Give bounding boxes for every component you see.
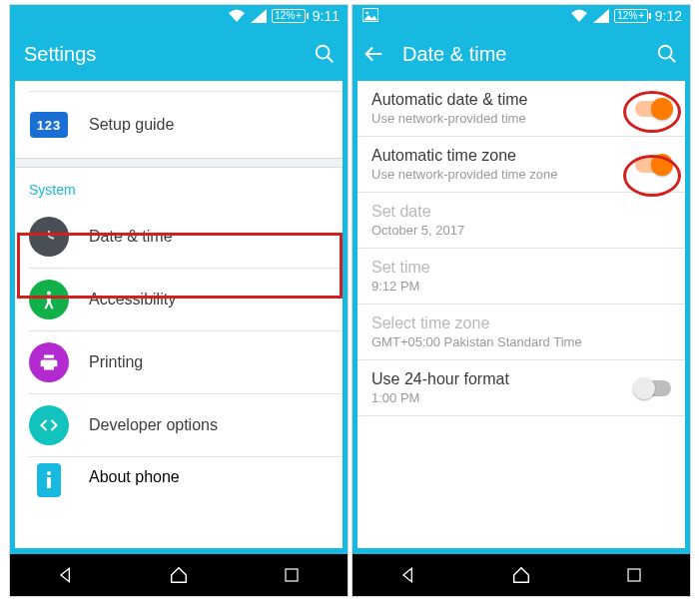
row-set-time: Set time 9:12 PM bbox=[357, 249, 685, 304]
row-title: Automatic date & time bbox=[371, 91, 671, 109]
developer-icon bbox=[29, 405, 69, 445]
row-printing[interactable]: Printing bbox=[15, 331, 343, 393]
nav-recent-icon[interactable] bbox=[281, 564, 303, 586]
row-label: Accessibility bbox=[89, 291, 176, 308]
signal-icon bbox=[251, 9, 267, 23]
row-label: Setup guide bbox=[89, 116, 174, 134]
phone-date-time: 12%+ 9:12 Date & time Automatic date & t… bbox=[351, 4, 691, 597]
prev-row-fragment bbox=[29, 81, 343, 92]
row-date-time[interactable]: Date & time bbox=[15, 206, 343, 268]
stage: 12%+ 9:11 Settings 123 Setup guide Syste… bbox=[0, 0, 699, 616]
row-set-date: Set date October 5, 2017 bbox=[357, 193, 685, 248]
nav-bar bbox=[10, 554, 348, 596]
nav-back-icon[interactable] bbox=[397, 564, 419, 586]
search-icon[interactable] bbox=[314, 43, 336, 65]
wifi-icon bbox=[570, 9, 588, 23]
row-subtitle: 1:00 PM bbox=[371, 390, 671, 405]
status-bar: 12%+ 9:11 bbox=[10, 5, 348, 27]
svg-point-10 bbox=[365, 12, 368, 15]
search-icon[interactable] bbox=[656, 43, 678, 65]
svg-line-1 bbox=[328, 57, 334, 63]
status-bar: 12%+ 9:12 bbox=[352, 5, 690, 27]
row-title: Use 24-hour format bbox=[371, 370, 671, 388]
appbar: Date & time bbox=[352, 27, 690, 81]
clock-text: 9:11 bbox=[313, 8, 340, 24]
printing-icon bbox=[29, 342, 69, 382]
battery-text: 12% bbox=[617, 10, 637, 22]
appbar-title: Settings bbox=[24, 43, 314, 66]
battery-indicator: 12%+ bbox=[614, 9, 648, 23]
back-icon[interactable] bbox=[362, 43, 384, 65]
divider bbox=[357, 415, 685, 416]
row-subtitle: Use network-provided time bbox=[371, 111, 671, 126]
row-subtitle: 9:12 PM bbox=[371, 279, 671, 294]
charging-icon: + bbox=[638, 10, 644, 22]
nav-bar bbox=[352, 554, 690, 596]
nav-home-icon[interactable] bbox=[168, 564, 190, 586]
svg-rect-7 bbox=[47, 477, 51, 488]
row-subtitle: Use network-provided time zone bbox=[371, 167, 671, 182]
row-accessibility[interactable]: Accessibility bbox=[15, 269, 343, 330]
wifi-icon bbox=[228, 9, 246, 23]
phone-settings: 12%+ 9:11 Settings 123 Setup guide Syste… bbox=[9, 4, 349, 597]
switch-auto-date-time[interactable] bbox=[635, 101, 671, 117]
row-title: Automatic time zone bbox=[371, 147, 671, 165]
clock-text: 9:12 bbox=[655, 8, 682, 24]
svg-rect-8 bbox=[286, 569, 298, 581]
icon-123: 123 bbox=[30, 112, 68, 138]
setup-guide-icon: 123 bbox=[29, 105, 69, 145]
row-label: Printing bbox=[89, 353, 143, 371]
gallery-icon bbox=[362, 8, 378, 22]
row-label: Date & time bbox=[89, 228, 173, 246]
row-title: Set time bbox=[371, 259, 671, 277]
nav-home-icon[interactable] bbox=[510, 564, 532, 586]
switch-auto-time-zone[interactable] bbox=[635, 157, 671, 173]
date-time-list: Automatic date & time Use network-provid… bbox=[357, 81, 685, 548]
row-auto-date-time[interactable]: Automatic date & time Use network-provid… bbox=[357, 81, 685, 136]
row-label: About phone bbox=[89, 468, 180, 486]
about-phone-icon bbox=[29, 463, 69, 497]
nav-recent-icon[interactable] bbox=[623, 564, 645, 586]
svg-point-6 bbox=[47, 471, 51, 475]
row-developer-options[interactable]: Developer options bbox=[15, 394, 343, 456]
row-subtitle: GMT+05:00 Pakistan Standard Time bbox=[371, 334, 671, 349]
svg-point-0 bbox=[317, 46, 330, 59]
charging-icon: + bbox=[296, 10, 302, 22]
settings-list: 123 Setup guide System Date & time Acces… bbox=[15, 81, 343, 548]
row-label: Developer options bbox=[89, 416, 218, 434]
battery-text: 12% bbox=[275, 10, 295, 22]
row-subtitle: October 5, 2017 bbox=[371, 223, 671, 238]
clock-icon bbox=[29, 217, 69, 257]
appbar-title: Date & time bbox=[402, 43, 656, 66]
row-auto-time-zone[interactable]: Automatic time zone Use network-provided… bbox=[357, 137, 685, 192]
svg-line-13 bbox=[670, 57, 676, 63]
nav-back-icon[interactable] bbox=[55, 564, 77, 586]
appbar: Settings bbox=[10, 27, 348, 81]
row-title: Set date bbox=[371, 203, 671, 221]
row-select-time-zone: Select time zone GMT+05:00 Pakistan Stan… bbox=[357, 305, 685, 359]
row-24-hour[interactable]: Use 24-hour format 1:00 PM bbox=[357, 360, 685, 415]
svg-rect-14 bbox=[628, 569, 640, 581]
accessibility-icon bbox=[29, 280, 69, 319]
battery-indicator: 12%+ bbox=[272, 9, 306, 23]
row-setup-guide[interactable]: 123 Setup guide bbox=[15, 92, 343, 158]
section-divider bbox=[15, 158, 343, 168]
svg-point-12 bbox=[659, 46, 672, 59]
signal-icon bbox=[593, 9, 609, 23]
svg-point-5 bbox=[47, 292, 51, 296]
switch-24-hour[interactable] bbox=[635, 380, 671, 396]
row-title: Select time zone bbox=[371, 314, 671, 332]
row-about-phone[interactable]: About phone bbox=[15, 457, 343, 491]
section-system-label: System bbox=[15, 168, 343, 206]
